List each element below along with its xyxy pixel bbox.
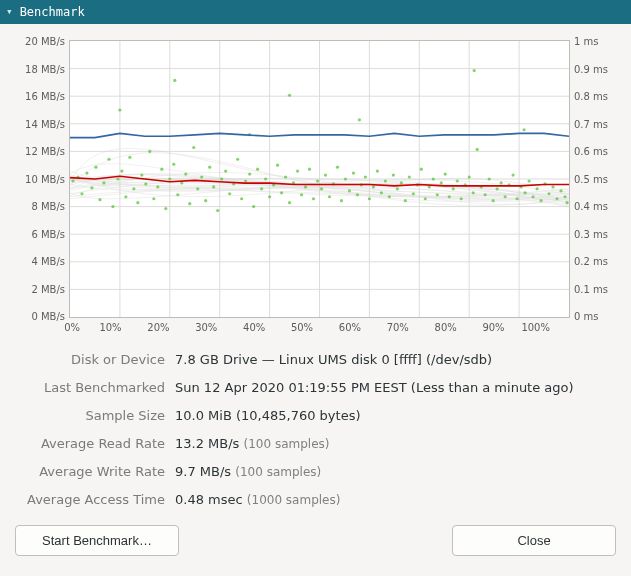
- svg-point-109: [440, 181, 443, 184]
- svg-point-91: [368, 197, 371, 200]
- svg-point-125: [504, 195, 507, 198]
- svg-point-20: [80, 192, 83, 195]
- svg-point-41: [168, 177, 171, 180]
- window-minimize-icon[interactable]: ▾: [6, 5, 13, 18]
- svg-point-101: [408, 175, 411, 178]
- svg-point-56: [228, 192, 231, 195]
- svg-point-141: [565, 201, 568, 204]
- svg-point-76: [308, 168, 311, 171]
- svg-point-55: [224, 170, 227, 173]
- svg-point-36: [148, 150, 151, 153]
- svg-point-37: [152, 197, 155, 200]
- svg-point-118: [476, 148, 479, 151]
- svg-point-94: [380, 191, 383, 194]
- svg-point-63: [256, 168, 259, 171]
- svg-point-138: [555, 197, 558, 200]
- svg-point-84: [340, 199, 343, 202]
- svg-point-62: [252, 205, 255, 208]
- benchmark-chart: 20 MB/s 18 MB/s 16 MB/s 14 MB/s 12 MB/s …: [15, 36, 616, 334]
- svg-point-134: [539, 199, 542, 202]
- svg-point-111: [448, 195, 451, 198]
- svg-point-48: [196, 187, 199, 190]
- svg-point-77: [312, 197, 315, 200]
- svg-point-49: [200, 175, 203, 178]
- svg-point-122: [492, 199, 495, 202]
- svg-point-22: [90, 186, 93, 189]
- svg-point-46: [188, 202, 191, 205]
- svg-point-39: [160, 168, 163, 171]
- svg-point-30: [124, 195, 127, 198]
- svg-point-24: [98, 198, 101, 201]
- svg-point-71: [288, 201, 291, 204]
- svg-point-65: [264, 177, 267, 180]
- window-title: Benchmark: [20, 5, 85, 19]
- svg-point-110: [444, 172, 447, 175]
- svg-point-100: [404, 199, 407, 202]
- last-benchmarked-value: Sun 12 Apr 2020 01:19:55 PM EEST (Less t…: [175, 380, 616, 395]
- svg-point-120: [484, 193, 487, 196]
- avg-read-value: 13.2 MB/s (100 samples): [175, 436, 616, 451]
- svg-point-127: [512, 173, 515, 176]
- svg-point-143: [173, 79, 176, 82]
- svg-point-86: [348, 189, 351, 192]
- svg-point-113: [456, 179, 459, 182]
- svg-point-68: [276, 164, 279, 167]
- svg-point-75: [304, 185, 307, 188]
- x-axis: 0% 10% 20% 30% 40% 50% 60% 70% 80% 90% 1…: [69, 322, 570, 333]
- svg-point-69: [280, 191, 283, 194]
- svg-point-64: [260, 187, 263, 190]
- svg-point-59: [240, 197, 243, 200]
- svg-point-146: [473, 69, 476, 72]
- close-button[interactable]: Close: [452, 525, 616, 556]
- svg-point-70: [284, 175, 287, 178]
- svg-point-27: [111, 205, 114, 208]
- svg-point-102: [412, 192, 415, 195]
- svg-point-92: [372, 185, 375, 188]
- svg-point-80: [324, 173, 327, 176]
- svg-point-38: [156, 185, 159, 188]
- svg-point-97: [392, 173, 395, 176]
- svg-point-148: [522, 128, 525, 131]
- svg-point-130: [523, 191, 526, 194]
- svg-point-23: [94, 166, 97, 169]
- button-bar: Start Benchmark… Close: [15, 525, 616, 556]
- svg-point-35: [144, 182, 147, 185]
- start-benchmark-button[interactable]: Start Benchmark…: [15, 525, 179, 556]
- svg-point-139: [559, 189, 562, 192]
- disk-value: 7.8 GB Drive — Linux UMS disk 0 [ffff] (…: [175, 352, 616, 367]
- info-grid: Disk or Device 7.8 GB Drive — Linux UMS …: [15, 352, 616, 507]
- disk-label: Disk or Device: [15, 352, 165, 367]
- svg-point-140: [563, 195, 566, 198]
- svg-point-34: [140, 173, 143, 176]
- svg-point-32: [132, 187, 135, 190]
- svg-point-52: [212, 185, 215, 188]
- svg-point-145: [358, 118, 361, 121]
- svg-point-33: [136, 201, 139, 204]
- svg-point-116: [468, 175, 471, 178]
- svg-point-124: [500, 181, 503, 184]
- svg-point-107: [432, 177, 435, 180]
- svg-point-61: [248, 172, 251, 175]
- svg-point-131: [527, 179, 530, 182]
- svg-point-114: [460, 197, 463, 200]
- avg-access-value: 0.48 msec (1000 samples): [175, 492, 616, 507]
- svg-point-136: [547, 192, 550, 195]
- svg-point-96: [388, 195, 391, 198]
- svg-point-121: [488, 177, 491, 180]
- svg-point-104: [420, 168, 423, 171]
- svg-point-105: [424, 197, 427, 200]
- y-left-axis: 20 MB/s 18 MB/s 16 MB/s 14 MB/s 12 MB/s …: [15, 36, 65, 322]
- svg-point-79: [320, 187, 323, 190]
- svg-point-51: [208, 166, 211, 169]
- svg-point-117: [472, 191, 475, 194]
- svg-point-74: [300, 193, 303, 196]
- svg-point-28: [116, 177, 119, 180]
- svg-point-31: [128, 156, 131, 159]
- svg-point-73: [296, 170, 299, 173]
- svg-point-83: [336, 166, 339, 169]
- svg-point-54: [220, 177, 223, 180]
- titlebar: ▾ Benchmark: [0, 0, 631, 24]
- svg-point-99: [400, 181, 403, 184]
- svg-point-81: [328, 195, 331, 198]
- avg-write-value: 9.7 MB/s (100 samples): [175, 464, 616, 479]
